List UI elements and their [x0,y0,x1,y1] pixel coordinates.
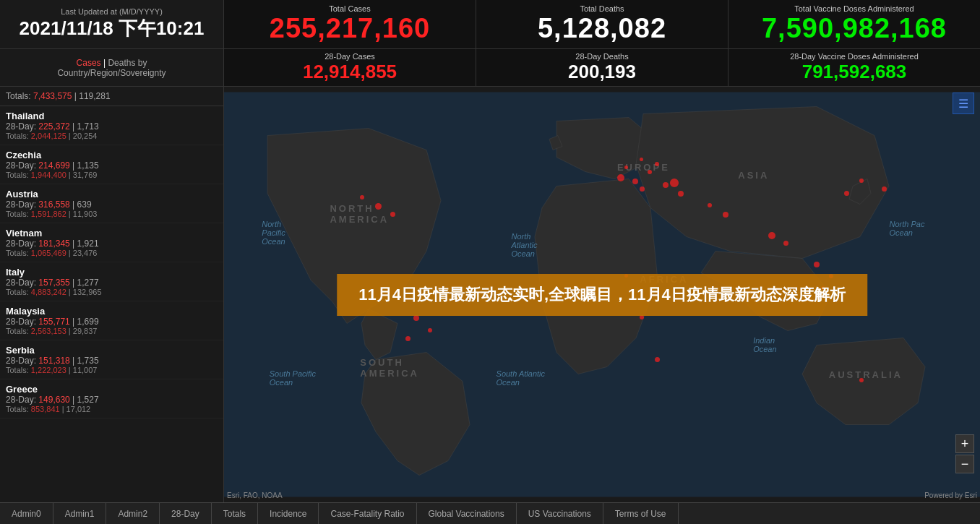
zoom-in-button[interactable]: + [955,434,974,453]
country-totals: Totals: 2,563,153 | 29,837 [6,327,218,335]
country-item[interactable]: Austria 28-Day: 316,558 | 639 Totals: 1,… [0,184,223,223]
country-28day: 28-Day: 149,630 | 1,527 [6,395,218,405]
country-totals: Totals: 1,222,023 | 11,007 [6,366,218,374]
tab-item-terms-of-use[interactable]: Terms of Use [603,503,679,524]
last-updated-cell: Last Updated at (M/D/YYYY) 2021/11/18 下午… [0,0,224,48]
zoom-out-button[interactable]: − [955,455,974,473]
map-list-icon-button[interactable]: ☰ [953,93,974,114]
country-28day: 28-Day: 155,771 | 1,699 [6,317,218,327]
tab-item-totals[interactable]: Totals [212,503,258,524]
country-28day: 28-Day: 214,699 | 1,135 [6,160,218,171]
top-stats-bar: Last Updated at (M/D/YYYY) 2021/11/18 下午… [0,0,980,49]
total-vaccines-value: 7,590,982,168 [737,13,971,44]
country-totals: Totals: 4,883,242 | 132,965 [6,288,218,296]
country-name: Serbia [6,345,218,356]
vaccines-28day-cell: 28-Day Vaccine Doses Administered 791,59… [728,49,980,86]
totals-cases: 7,433,575 [33,91,72,101]
tab-list: Admin0Admin1Admin228-DayTotalsIncidenceC… [0,503,679,524]
country-name: Malaysia [6,306,218,317]
tab-item-admin1[interactable]: Admin1 [53,503,107,524]
total-vaccines-cell: Total Vaccine Doses Administered 7,590,9… [728,0,980,48]
country-28day: 28-Day: 225,372 | 1,713 [6,121,218,132]
totals-deaths: 119,281 [79,91,110,101]
country-name: Thailand [6,111,218,121]
country-name: Austria [6,189,218,199]
total-vaccines-label: Total Vaccine Doses Administered [737,4,971,13]
country-name: Greece [6,384,218,395]
country-list: Thailand 28-Day: 225,372 | 1,713 Totals:… [0,106,223,418]
tab-item-admin2[interactable]: Admin2 [106,503,160,524]
country-item[interactable]: Greece 28-Day: 149,630 | 1,527 Totals: 8… [0,379,223,418]
tab-item-incidence[interactable]: Incidence [258,503,319,524]
country-item[interactable]: Thailand 28-Day: 225,372 | 1,713 Totals:… [0,106,223,145]
bottom-tab-bar: Admin0Admin1Admin228-DayTotalsIncidenceC… [0,502,980,524]
vaccines-28day-label: 28-Day Vaccine Doses Administered [737,52,971,61]
tab-item-us-vaccinations[interactable]: US Vaccinations [517,503,603,524]
map-powered-by: Powered by Esri [924,491,977,499]
tab-item-admin0[interactable]: Admin0 [0,503,53,524]
total-deaths-cell: Total Deaths 5,128,082 [476,0,728,48]
deaths-28day-label: 28-Day Deaths [485,52,719,61]
country-totals: Totals: 2,044,125 | 20,254 [6,132,218,140]
map-source: Esri, FAO, NOAA [227,491,283,499]
country-item[interactable]: Italy 28-Day: 157,355 | 1,277 Totals: 4,… [0,262,223,301]
country-totals: Totals: 1,591,862 | 11,903 [6,210,218,218]
total-cases-cell: Total Cases 255,217,160 [224,0,476,48]
country-item[interactable]: Czechia 28-Day: 214,699 | 1,135 Totals: … [0,145,223,184]
sidebar-totals: Totals: 7,433,575 | 119,281 [0,90,223,106]
country-name: Vietnam [6,228,218,239]
total-deaths-value: 5,128,082 [485,13,719,44]
map-banner: 11月4日疫情最新动态实时,全球瞩目，11月4日疫情最新动态深度解析 [337,274,867,316]
map-area[interactable]: NORTHAMERICA SOUTHAMERICA AFRICA ASIA EU… [224,87,980,502]
vaccines-28day-value: 791,592,683 [737,61,971,83]
total-deaths-label: Total Deaths [485,4,719,13]
cases-link[interactable]: Cases [77,58,101,68]
map-zoom-controls: + − [955,434,974,473]
country-28day: 28-Day: 316,558 | 639 [6,199,218,210]
country-totals: Totals: 1,944,400 | 31,769 [6,171,218,179]
second-stats-bar: Cases | Deaths by Country/Region/Soverei… [0,49,980,87]
country-28day: 28-Day: 181,345 | 1,921 [6,239,218,249]
cases-28day-value: 12,914,855 [233,61,467,83]
tab-item-28-day[interactable]: 28-Day [160,503,212,524]
tab-item-case-fatality-ratio[interactable]: Case-Fatality Ratio [319,503,416,524]
country-name: Czechia [6,150,218,160]
country-28day: 28-Day: 157,355 | 1,277 [6,278,218,288]
deaths-28day-cell: 28-Day Deaths 200,193 [476,49,728,86]
country-item[interactable]: Vietnam 28-Day: 181,345 | 1,921 Totals: … [0,223,223,262]
country-28day: 28-Day: 151,318 | 1,735 [6,356,218,366]
cases-28day-cell: 28-Day Cases 12,914,855 [224,49,476,86]
country-totals: Totals: 853,841 | 17,012 [6,405,218,413]
country-item[interactable]: Malaysia 28-Day: 155,771 | 1,699 Totals:… [0,301,223,340]
total-cases-label: Total Cases [233,4,467,13]
country-item[interactable]: Serbia 28-Day: 151,318 | 1,735 Totals: 1… [0,340,223,379]
total-cases-value: 255,217,160 [233,13,467,44]
country-sidebar[interactable]: Totals: 7,433,575 | 119,281 Thailand 28-… [0,87,224,502]
tab-item-global-vaccinations[interactable]: Global Vaccinations [417,503,517,524]
last-updated-value: 2021/11/18 下午10:21 [9,16,215,41]
main-content: Totals: 7,433,575 | 119,281 Thailand 28-… [0,87,980,502]
country-name: Italy [6,267,218,278]
last-updated-label: Last Updated at (M/D/YYYY) [9,7,215,16]
deaths-text: Deaths [108,58,135,68]
list-icon: ☰ [958,97,968,111]
cases-28day-label: 28-Day Cases [233,52,467,61]
country-totals: Totals: 1,065,469 | 23,476 [6,249,218,257]
sidebar-header-cell: Cases | Deaths by Country/Region/Soverei… [0,49,224,86]
deaths-28day-value: 200,193 [485,61,719,83]
region-text: Country/Region/Sovereignty [57,68,166,78]
